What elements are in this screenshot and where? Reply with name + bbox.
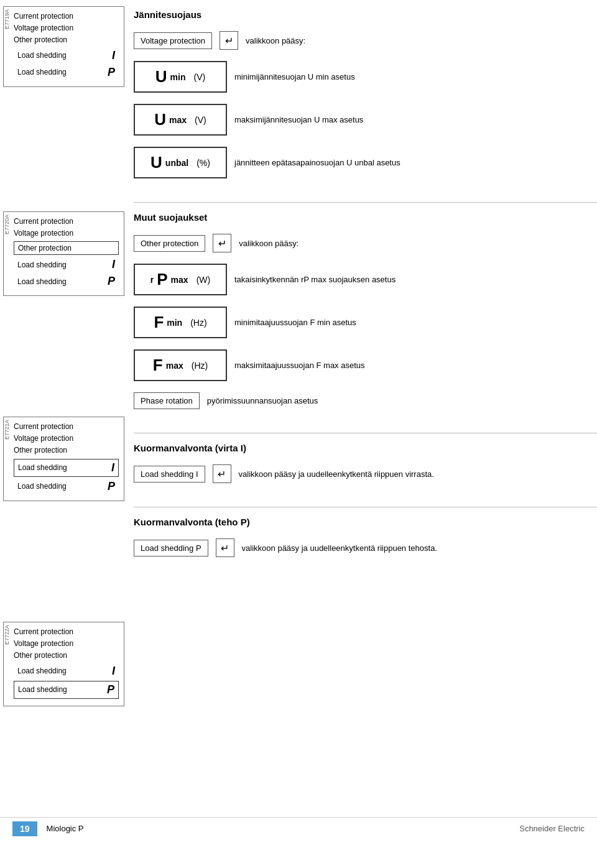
umin-row: Umin (V) minimijännitesuojan U min asetu… xyxy=(134,61,585,93)
umax-desc: maksimijännitesuojan U max asetus xyxy=(234,115,585,124)
other-protection-row: Other protection ↵ valikkoon pääsy: xyxy=(134,234,585,252)
nav-item-other-1: Other protection xyxy=(14,34,119,46)
fmin-row: Fmin (Hz) minimitaajuussuojan F min aset… xyxy=(134,307,585,338)
nav-item-other-3: Other protection xyxy=(14,445,119,456)
loadshed-p-box: Load shedding P xyxy=(134,540,208,556)
section2-title: Muut suojaukset xyxy=(134,212,585,223)
phase-rotation-box: Phase rotation xyxy=(134,392,200,409)
voltage-enter-btn[interactable]: ↵ xyxy=(220,31,238,50)
rpmax-desc: takaisinkytkennän rP max suojauksen aset… xyxy=(234,275,585,284)
phase-rotation-row: Phase rotation pyörimissuunnansuojan ase… xyxy=(134,392,585,409)
fmax-desc: maksimitaajuussuojan F max asetus xyxy=(234,361,585,370)
section4-title: Kuormanvalvonta (teho P) xyxy=(134,517,585,527)
other-desc: valikkoon pääsy: xyxy=(239,239,585,248)
loadshed-i-box: Load shedding I xyxy=(134,466,205,482)
nav-item-current-2: Current protection xyxy=(14,216,119,228)
loadshed-i-btn[interactable]: ↵ xyxy=(213,464,231,483)
phase-rotation-desc: pyörimissuunnansuojan asetus xyxy=(207,396,585,405)
page-number: 19 xyxy=(12,821,37,836)
nav-item-loadshed-i-3-box: Load shedding I xyxy=(14,459,119,477)
nav-item-other-2-box: Other protection xyxy=(14,241,119,255)
page-wrapper: E7719A Current protection Voltage protec… xyxy=(0,0,597,839)
voltage-desc: valikkoon pääsy: xyxy=(246,36,585,45)
fmax-formula: Fmax (Hz) xyxy=(134,349,227,381)
fmax-row: Fmax (Hz) maksimitaajuussuojan F max ase… xyxy=(134,349,585,381)
nav-item-loadshed-p-1: Load shedding P xyxy=(14,65,119,80)
nav-item-current-3: Current protection xyxy=(14,421,119,433)
other-protection-box: Other protection xyxy=(134,235,205,252)
nav-panel-4: E7722A Current protection Voltage protec… xyxy=(3,622,124,706)
voltage-protection-box: Voltage protection xyxy=(134,32,212,49)
fmin-desc: minimitaajuussuojan F min asetus xyxy=(234,318,585,327)
footer-title: Miologic P xyxy=(47,824,520,833)
footer-brand: Schneider Electric xyxy=(519,824,585,833)
rpmax-row: rPmax (W) takaisinkytkennän rP max suoja… xyxy=(134,264,585,295)
nav-panel-1: E7719A Current protection Voltage protec… xyxy=(3,6,124,87)
nav-item-current-4: Current protection xyxy=(14,626,119,638)
umax-row: Umax (V) maksimijännitesuojan U max aset… xyxy=(134,104,585,136)
fmin-formula: Fmin (Hz) xyxy=(134,307,227,338)
nav-panel-2: E7720A Current protection Voltage protec… xyxy=(3,211,124,296)
uunbal-desc: jännitteen epätasapainosuojan U unbal as… xyxy=(234,158,585,167)
loadshed-p-btn[interactable]: ↵ xyxy=(216,538,234,557)
nav-item-loadshed-i-4: Load shedding I xyxy=(14,663,119,679)
voltage-protection-row: Voltage protection ↵ valikkoon pääsy: xyxy=(134,31,585,50)
loadshed-p-row: Load shedding P ↵ valikkoon pääsy ja uud… xyxy=(134,538,585,557)
page-footer: 19 Miologic P Schneider Electric xyxy=(0,817,597,839)
loadshed-p-desc: valikkoon pääsy ja uudelleenkytkentä rii… xyxy=(242,543,585,553)
nav-item-loadshed-p-2: Load shedding P xyxy=(14,274,119,289)
nav-item-loadshed-p-3: Load shedding P xyxy=(14,479,119,494)
nav-item-loadshed-i-2: Load shedding I xyxy=(14,257,119,272)
nav-item-voltage-3: Voltage protection xyxy=(14,433,119,445)
section3-title: Kuormanvalvonta (virta I) xyxy=(134,443,585,453)
other-enter-btn[interactable]: ↵ xyxy=(213,234,231,252)
nav-item-loadshed-p-4-box: Load shedding P xyxy=(14,681,119,699)
umax-formula: Umax (V) xyxy=(134,104,227,136)
loadshed-i-row: Load shedding I ↵ valikkoon pääsy ja uud… xyxy=(134,464,585,483)
loadshed-i-desc: valikkoon pääsy ja uudelleenkytkentä rii… xyxy=(239,469,585,479)
rpmax-formula: rPmax (W) xyxy=(134,264,227,295)
section1-title: Jännitesuojaus xyxy=(134,9,585,20)
uunbal-formula: Uunbal (%) xyxy=(134,147,227,178)
nav-panel-3: E7721A Current protection Voltage protec… xyxy=(3,417,124,501)
nav-item-loadshed-i-1: Load shedding I xyxy=(14,48,119,63)
nav-item-other-4: Other protection xyxy=(14,650,119,662)
nav-item-voltage-4: Voltage protection xyxy=(14,638,119,650)
nav-item-voltage-2: Voltage protection xyxy=(14,228,119,239)
umin-formula: Umin (V) xyxy=(134,61,227,93)
umin-desc: minimijännitesuojan U min asetus xyxy=(234,72,585,81)
uunbal-row: Uunbal (%) jännitteen epätasapainosuojan… xyxy=(134,147,585,178)
nav-item-current-1: Current protection xyxy=(14,11,119,22)
nav-item-voltage-1: Voltage protection xyxy=(14,22,119,34)
